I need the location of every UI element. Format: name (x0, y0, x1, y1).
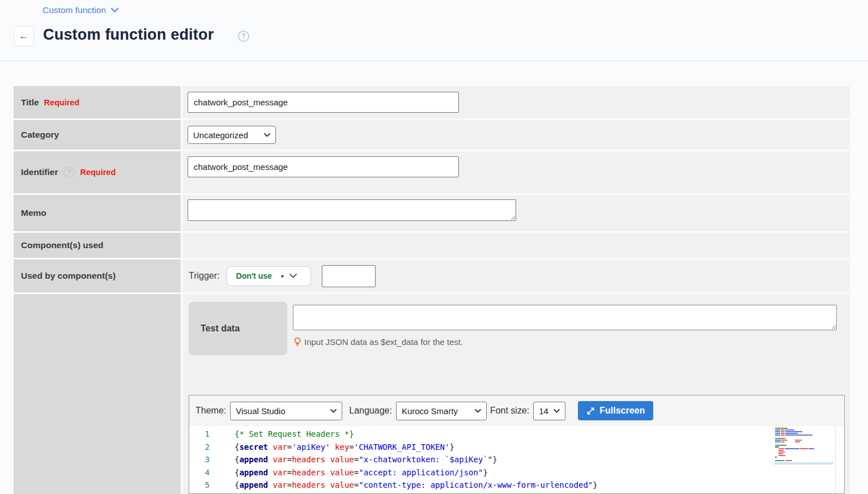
row-content-components-used (182, 233, 850, 258)
row-label-category: Category (14, 120, 181, 150)
code-line: 1{* Set Request Headers *} (189, 428, 844, 441)
memo-textarea[interactable] (188, 199, 516, 221)
chevron-down-icon (111, 8, 118, 12)
language-label: Language: (349, 406, 392, 416)
row-label-editor-empty (14, 294, 181, 494)
required-badge: Required (44, 98, 80, 107)
arrow-left-icon: ← (19, 31, 29, 42)
row-content-editor: Test data Input JSON data as $ext_data f… (182, 294, 850, 494)
category-select[interactable]: Uncategorized (188, 126, 276, 144)
test-data-hint-row: Input JSON data as $ext_data for the tes… (294, 337, 463, 347)
back-button[interactable]: ← (14, 26, 34, 46)
row-components-used: Component(s) used (14, 233, 850, 258)
fontsize-label: Font size: (490, 406, 529, 416)
row-content-title (182, 86, 850, 118)
code-editor-panel: Theme: Visual Studio Language: Kuroco Sm… (189, 395, 845, 494)
code-line: 5{append var=headers value="content-type… (189, 479, 844, 492)
language-select[interactable]: Kuroco Smarty (396, 402, 487, 420)
test-data-label-box: Test data (189, 302, 287, 355)
test-data-label: Test data (201, 323, 240, 334)
row-memo: Memo (14, 195, 850, 231)
row-identifier: Identifier ? Required (14, 151, 850, 193)
breadcrumb[interactable]: Custom function (42, 5, 118, 15)
editor-toolbar: Theme: Visual Studio Language: Kuroco Sm… (189, 395, 844, 426)
custom-function-editor-page: Custom function ← Custom function editor… (0, 0, 868, 494)
editor-scroll-divider (835, 426, 836, 494)
theme-select[interactable]: Visual Studio (230, 402, 342, 420)
row-label-used-by-components: Used by component(s) (14, 259, 181, 292)
page-help-icon[interactable]: ? (238, 31, 249, 42)
code-area[interactable]: 1{* Set Request Headers *}2{secret var='… (189, 426, 844, 494)
row-title: Title Required (14, 86, 850, 118)
row-content-used-by-components: Trigger: Don't use ▾ (182, 259, 850, 292)
row-label-memo: Memo (14, 195, 181, 231)
required-badge: Required (80, 168, 116, 177)
used-by-components-label: Used by component(s) (21, 271, 116, 281)
test-data-textarea[interactable] (293, 305, 837, 330)
chevron-down-icon (475, 409, 481, 413)
row-editor: Test data Input JSON data as $ext_data f… (14, 294, 850, 494)
row-label-title: Title Required (14, 86, 181, 118)
trigger-value-input[interactable] (322, 265, 376, 287)
function-form: Title Required Category Uncategorized Id… (14, 86, 850, 494)
code-line: 2{secret var='apiKey' key='CHATWORK_API_… (189, 441, 844, 454)
theme-label: Theme: (195, 406, 226, 416)
chevron-down-icon (330, 409, 337, 413)
lightbulb-icon (294, 337, 301, 347)
row-label-components-used: Component(s) used (14, 233, 181, 258)
language-select-value: Kuroco Smarty (402, 406, 458, 416)
test-data-hint: Input JSON data as $ext_data for the tes… (304, 337, 463, 347)
row-category: Category Uncategorized (14, 120, 850, 150)
row-used-by-components: Used by component(s) Trigger: Don't use … (14, 259, 850, 292)
page-title: Custom function editor (43, 26, 214, 44)
breadcrumb-label: Custom function (42, 5, 106, 15)
fullscreen-button-label: Fullscreen (599, 406, 645, 416)
code-line: 3{append var=headers value="x-chatworkto… (189, 453, 844, 466)
row-content-identifier (182, 151, 850, 193)
minimap[interactable] (774, 428, 833, 465)
trigger-select[interactable]: Don't use ▾ (227, 266, 311, 286)
title-label: Title (21, 97, 39, 108)
category-select-value: Uncategorized (193, 130, 248, 140)
chevron-down-icon (264, 133, 270, 137)
trigger-select-value: Don't use (236, 271, 272, 280)
trigger-label: Trigger: (189, 271, 220, 281)
row-content-category: Uncategorized (182, 120, 850, 150)
fontsize-select-value: 14 (539, 406, 548, 416)
chevron-down-icon (290, 274, 297, 278)
theme-select-value: Visual Studio (236, 406, 285, 416)
chevron-down-icon (554, 409, 560, 413)
minimap-highlight (774, 462, 833, 465)
fontsize-select[interactable]: 14 (533, 402, 565, 420)
expand-icon (586, 407, 595, 415)
identifier-help-icon[interactable]: ? (63, 167, 75, 178)
code-line: 4{append var=headers value="accept: appl… (189, 466, 844, 479)
title-input[interactable] (188, 92, 459, 113)
row-content-memo (182, 195, 850, 231)
code-lines: 1{* Set Request Headers *}2{secret var='… (189, 428, 844, 492)
caret-down-icon: ▾ (281, 273, 284, 279)
memo-label: Memo (21, 208, 46, 218)
identifier-label: Identifier (21, 167, 58, 177)
components-used-label: Component(s) used (21, 240, 104, 250)
category-label: Category (21, 130, 59, 140)
identifier-input[interactable] (188, 156, 459, 177)
row-label-identifier: Identifier ? Required (14, 151, 181, 193)
header-divider (0, 61, 868, 61)
fullscreen-button[interactable]: Fullscreen (578, 401, 653, 420)
